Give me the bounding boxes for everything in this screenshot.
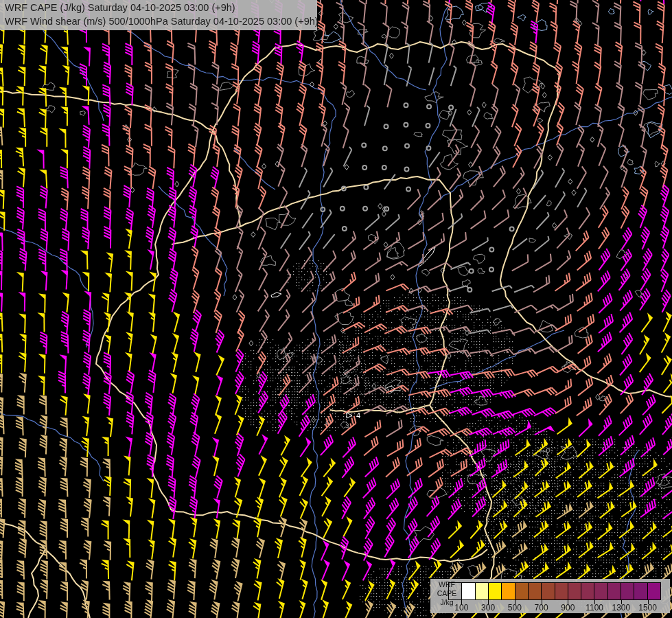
legend-swatch: [515, 583, 529, 599]
weather-map-canvas: [0, 0, 672, 618]
legend-swatch: [621, 583, 634, 599]
cape-legend-panel: WRF CAPE J/kg 10030050070090011001300150…: [430, 579, 670, 613]
legend-tick-label: 500: [508, 603, 522, 613]
weather-map-viewport: WRF CAPE (J/kg) Saturday 04-10-2025 03:0…: [0, 0, 672, 618]
legend-tick-label: 700: [535, 603, 548, 613]
map-title-overlay: WRF CAPE (J/kg) Saturday 04-10-2025 03:0…: [0, 0, 317, 30]
legend-swatch: [489, 583, 502, 599]
legend-swatch: [555, 583, 568, 599]
legend-swatch: [529, 583, 542, 599]
legend-swatch: [502, 583, 515, 599]
legend-swatch: [648, 583, 660, 599]
legend-swatch: [542, 583, 555, 599]
legend-swatch: [594, 583, 607, 599]
legend-swatch: [476, 583, 489, 599]
legend-tick-label: 1100: [586, 603, 603, 613]
legend-swatch: [581, 583, 594, 599]
legend-tick-label: 100: [454, 603, 468, 613]
legend-tick-label: 1300: [612, 603, 631, 613]
legend-swatch: [449, 583, 462, 599]
title-line-cape: WRF CAPE (J/kg) Saturday 04-10-2025 03:0…: [5, 1, 317, 15]
title-line-windshear: WRF Wind shear (m/s) 500/1000hPa Saturda…: [5, 15, 317, 29]
legend-swatch: [568, 583, 581, 599]
legend-tick-label: 300: [481, 603, 495, 613]
legend-tick-label: 900: [561, 603, 575, 613]
legend-tick-label: 1500: [638, 603, 657, 613]
legend-swatch: [608, 583, 621, 599]
legend-swatch: [462, 583, 475, 599]
cape-legend-swatch-row: [448, 582, 661, 600]
legend-swatch: [634, 583, 647, 599]
